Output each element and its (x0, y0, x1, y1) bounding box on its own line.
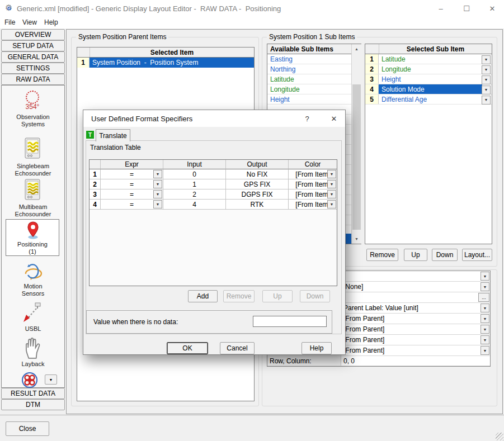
property-value[interactable]: [From Parent] ▼ (341, 314, 490, 324)
add-row-button[interactable]: Add (188, 290, 218, 302)
input-cell[interactable]: 4 (163, 200, 226, 210)
cancel-button[interactable]: Cancel (220, 342, 255, 354)
help-button[interactable]: Help (302, 342, 332, 354)
available-item-northing[interactable]: Northing (267, 64, 351, 74)
combo-arrow-icon[interactable]: ▼ (327, 190, 336, 198)
combo-arrow-icon[interactable]: ▼ (482, 86, 491, 94)
combo-arrow-icon[interactable]: ▼ (481, 304, 489, 312)
maximize-button[interactable]: ☐ (454, 0, 479, 17)
sidebar-item-multibeam[interactable] (25, 179, 40, 202)
combo-arrow-icon[interactable]: ▼ (482, 75, 491, 84)
combo-arrow-icon[interactable]: ▼ (481, 272, 489, 281)
no-data-value-input[interactable] (253, 316, 327, 327)
property-value[interactable]: Parent Label: Value [unit] ▼ (341, 303, 490, 314)
down-row-button[interactable]: Down (300, 290, 330, 302)
resize-grip[interactable] (496, 433, 503, 440)
close-button[interactable]: Close (6, 421, 49, 436)
ellipsis-button[interactable]: ... (478, 293, 489, 302)
combo-arrow-icon[interactable]: ▼ (481, 314, 489, 323)
sidebar-tab-overview[interactable]: OVERVIEW (1, 29, 65, 40)
close-window-button[interactable]: ✕ (479, 0, 504, 17)
combo-arrow-icon[interactable]: ▼ (153, 190, 162, 198)
output-cell[interactable]: RTK (226, 200, 289, 210)
output-cell[interactable]: No FIX (226, 169, 289, 179)
sidebar-item-usbl[interactable] (22, 302, 43, 326)
color-combo[interactable]: [From Item]▼ (289, 169, 337, 179)
color-combo[interactable]: [From Item]▼ (289, 189, 337, 200)
available-item-latitude[interactable]: Latitude (267, 74, 351, 84)
combo-arrow-icon[interactable]: ▼ (482, 65, 491, 74)
menu-help[interactable]: Help (44, 18, 58, 26)
property-value-format-string[interactable]: =0:No FIX,=1:GPS FIX,=2:DGPS FIX,=4:RTK … (341, 292, 490, 303)
property-value[interactable]: [From Parent] ▼ (341, 324, 490, 335)
color-combo[interactable]: [From Item]▼ (289, 200, 337, 210)
output-cell[interactable]: DGPS FIX (226, 189, 289, 200)
sidebar-tab-settings[interactable]: SETTINGS (1, 63, 65, 74)
expr-combo[interactable]: =▼ (101, 179, 163, 189)
combo-arrow-icon[interactable]: ▼ (327, 200, 336, 208)
sidebar-item-motion-sensors[interactable] (21, 262, 44, 283)
available-item-height[interactable]: Height (267, 94, 351, 105)
sidebar-tab-general-data[interactable]: GENERAL DATA (1, 51, 65, 63)
expr-combo[interactable]: =▼ (101, 189, 163, 200)
selected-sub-item-row[interactable]: 3 Height ▼ (365, 74, 492, 84)
available-item-longitude[interactable]: Longitude (267, 84, 351, 94)
menu-view[interactable]: View (22, 18, 37, 26)
menu-file[interactable]: File (4, 18, 15, 26)
sidebar-more-dropdown-button[interactable]: ▼ (45, 374, 57, 385)
available-list-scrollbar[interactable]: ▲ ▼ (351, 44, 361, 244)
combo-arrow-icon[interactable]: ▼ (482, 55, 491, 64)
output-cell[interactable]: GPS FIX (226, 179, 289, 189)
selected-sub-item-row[interactable]: 5 Differential Age ▼ (365, 94, 492, 105)
sidebar-item-layback[interactable] (23, 336, 41, 361)
expr-combo[interactable]: =▼ (101, 169, 163, 179)
combo-arrow-icon[interactable]: ▼ (327, 170, 336, 178)
sidebar-item-positioning[interactable]: Positioning (1) (6, 219, 59, 256)
sidebar-tab-raw-data[interactable]: RAW DATA (1, 74, 65, 85)
property-value[interactable]: [None] ▼ (341, 282, 490, 292)
scroll-up-icon[interactable]: ▲ (352, 44, 361, 54)
input-cell[interactable]: 2 (163, 189, 226, 200)
remove-row-button[interactable]: Remove (223, 290, 255, 302)
combo-arrow-icon[interactable]: ▼ (481, 335, 489, 344)
combo-arrow-icon[interactable]: ▼ (327, 180, 336, 188)
combo-arrow-icon[interactable]: ▼ (481, 346, 489, 355)
positioning-label-2: (1) (1, 248, 64, 255)
dialog-help-button[interactable]: ? (296, 110, 318, 127)
combo-arrow-icon[interactable]: ▼ (481, 325, 489, 334)
sidebar-tab-setup-data[interactable]: SETUP DATA (1, 40, 65, 51)
property-value[interactable]: [From Parent] ▼ (341, 345, 490, 356)
combo-arrow-icon[interactable]: ▼ (481, 282, 489, 291)
property-value-row-column[interactable]: 0, 0 (341, 356, 490, 366)
property-value[interactable]: [From Parent] ▼ (341, 335, 490, 345)
up-sub-item-button[interactable]: Up (404, 249, 427, 261)
scrollbar-thumb[interactable] (352, 84, 361, 230)
tab-translate[interactable]: Translate (96, 129, 130, 141)
sidebar-tab-result-data[interactable]: RESULT DATA (1, 388, 65, 399)
sidebar-tab-dtm[interactable]: DTM (1, 399, 65, 410)
available-item-easting[interactable]: Easting (267, 54, 351, 64)
combo-arrow-icon[interactable]: ▼ (153, 180, 162, 188)
dialog-close-button[interactable]: ✕ (323, 110, 345, 127)
parent-item-row[interactable]: 1 System Position - Position System (77, 58, 254, 68)
input-cell[interactable]: 1 (163, 179, 226, 189)
selected-sub-item-row[interactable]: 2 Longitude ▼ (365, 64, 492, 74)
ok-button[interactable]: OK (167, 342, 208, 354)
minimize-button[interactable]: – (428, 0, 454, 17)
expr-combo[interactable]: =▼ (101, 200, 163, 210)
multibeam-label-1: Multibeam (1, 203, 65, 211)
input-cell[interactable]: 0 (163, 169, 226, 179)
property-value[interactable]: ▼ (341, 271, 490, 282)
selected-sub-item-row-selected[interactable]: 4 Solution Mode ▼ (365, 84, 492, 94)
combo-arrow-icon[interactable]: ▼ (482, 96, 491, 105)
down-sub-item-button[interactable]: Down (432, 249, 458, 261)
sidebar-item-singlebeam[interactable] (25, 137, 40, 160)
color-combo[interactable]: [From Item]▼ (289, 179, 337, 189)
combo-arrow-icon[interactable]: ▼ (153, 170, 162, 178)
up-row-button[interactable]: Up (262, 290, 293, 302)
layout-button[interactable]: Layout... (462, 249, 492, 261)
remove-sub-item-button[interactable]: Remove (366, 249, 398, 261)
scroll-down-icon[interactable]: ▼ (352, 234, 361, 244)
selected-sub-item-row[interactable]: 1 Latitude ▼ (365, 54, 492, 64)
combo-arrow-icon[interactable]: ▼ (153, 200, 162, 208)
